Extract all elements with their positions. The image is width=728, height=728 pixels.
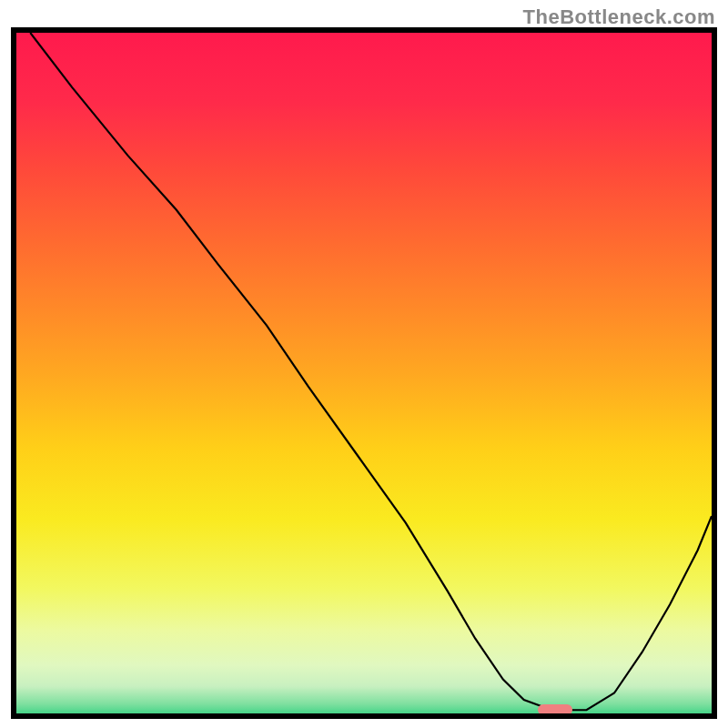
plot-area <box>16 33 712 713</box>
optimal-marker <box>538 704 572 713</box>
bottleneck-curve <box>16 33 712 713</box>
chart-frame <box>11 27 717 719</box>
attribution-text: TheBottleneck.com <box>523 5 715 29</box>
